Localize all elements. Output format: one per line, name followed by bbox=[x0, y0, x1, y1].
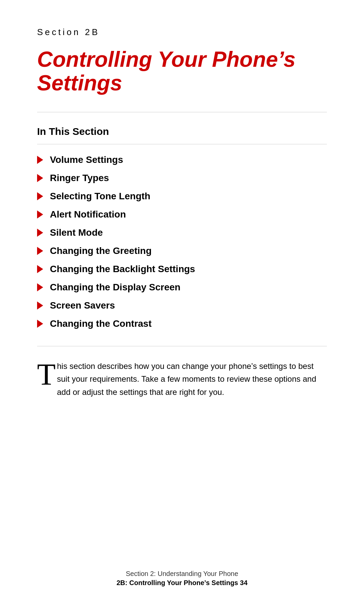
arrow-icon bbox=[37, 229, 43, 237]
toc-list-item: Ringer Types bbox=[37, 173, 327, 183]
arrow-icon bbox=[37, 301, 43, 310]
toc-item-label: Changing the Contrast bbox=[50, 318, 152, 329]
chapter-title: Controlling Your Phone’s Settings bbox=[37, 48, 327, 95]
toc-list-item: Changing the Contrast bbox=[37, 318, 327, 329]
drop-cap: T bbox=[37, 362, 56, 388]
toc-item-label: Alert Notification bbox=[50, 209, 126, 220]
divider-bottom bbox=[37, 346, 327, 346]
toc-list-item: Volume Settings bbox=[37, 154, 327, 165]
page-container: Section 2B Controlling Your Phone’s Sett… bbox=[0, 0, 364, 607]
divider-mid bbox=[37, 144, 327, 144]
arrow-icon bbox=[37, 210, 43, 219]
toc-item-label: Screen Savers bbox=[50, 300, 115, 311]
in-this-section-heading: In This Section bbox=[37, 126, 327, 137]
toc-list-item: Selecting Tone Length bbox=[37, 191, 327, 202]
intro-paragraph: T his section describes how you can chan… bbox=[37, 360, 327, 399]
footer-line2: 2B: Controlling Your Phone’s Settings 34 bbox=[0, 579, 364, 587]
toc-item-label: Changing the Backlight Settings bbox=[50, 264, 195, 274]
arrow-icon bbox=[37, 156, 43, 164]
toc-list-item: Changing the Display Screen bbox=[37, 282, 327, 293]
arrow-icon bbox=[37, 283, 43, 291]
toc-list: Volume SettingsRinger TypesSelecting Ton… bbox=[37, 154, 327, 329]
toc-item-label: Selecting Tone Length bbox=[50, 191, 150, 202]
toc-item-label: Ringer Types bbox=[50, 173, 109, 183]
toc-item-label: Silent Mode bbox=[50, 227, 103, 238]
divider-top bbox=[37, 112, 327, 112]
section-label: Section 2B bbox=[37, 27, 327, 37]
toc-list-item: Screen Savers bbox=[37, 300, 327, 311]
toc-item-label: Volume Settings bbox=[50, 154, 123, 165]
toc-item-label: Changing the Greeting bbox=[50, 245, 152, 256]
toc-list-item: Alert Notification bbox=[37, 209, 327, 220]
arrow-icon bbox=[37, 174, 43, 182]
arrow-icon bbox=[37, 247, 43, 255]
toc-item-label: Changing the Display Screen bbox=[50, 282, 180, 293]
toc-list-item: Silent Mode bbox=[37, 227, 327, 238]
toc-list-item: Changing the Backlight Settings bbox=[37, 264, 327, 274]
footer-line1: Section 2: Understanding Your Phone bbox=[0, 570, 364, 578]
arrow-icon bbox=[37, 320, 43, 328]
intro-text: his section describes how you can change… bbox=[57, 360, 327, 399]
arrow-icon bbox=[37, 192, 43, 200]
footer: Section 2: Understanding Your Phone 2B: … bbox=[0, 570, 364, 587]
toc-list-item: Changing the Greeting bbox=[37, 245, 327, 256]
arrow-icon bbox=[37, 265, 43, 273]
